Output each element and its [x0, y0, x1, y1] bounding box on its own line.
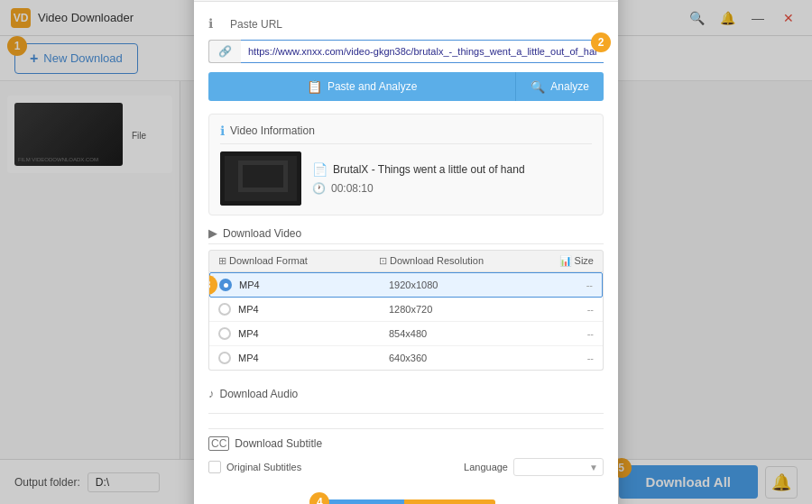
- size-value: --: [539, 279, 593, 290]
- resolution-value: 1920x1080: [389, 279, 539, 290]
- size-value: --: [540, 304, 594, 315]
- format-radio: [218, 327, 231, 340]
- url-input[interactable]: [241, 40, 604, 63]
- step-3-badge: 3: [208, 275, 217, 295]
- format-table-header: ⊞ Download Format ⊡ Download Resolution …: [208, 250, 604, 272]
- subtitle-checkbox-row: Original Subtitles: [208, 461, 301, 473]
- paste-analyze-button[interactable]: 📋 Paste and Analyze: [208, 72, 515, 101]
- format-radio: [219, 279, 232, 291]
- video-meta: 📄 BrutalX - Things went a little out of …: [312, 162, 592, 195]
- download-video-icon: ▶: [208, 226, 217, 240]
- format-header: ⊞ Download Format: [218, 255, 379, 267]
- paste-analyze-label: Paste and Analyze: [328, 80, 417, 93]
- subtitle-options: Original Subtitles Language ▼: [208, 458, 604, 476]
- video-thumbnail: [220, 151, 301, 206]
- format-row[interactable]: MP4854x480--: [209, 322, 603, 346]
- modal-overlay: VD New Download ✕ ℹ Paste URL 🔗: [0, 0, 812, 504]
- info-icon: ℹ: [220, 124, 225, 138]
- video-info-section: ℹ Video Information: [208, 114, 604, 215]
- video-preview-row: 📄 BrutalX - Things went a little out of …: [220, 151, 592, 206]
- download-audio-header: ♪ Download Audio: [208, 380, 604, 404]
- download-subtitle-header: CC Download Subtitle: [208, 428, 604, 451]
- format-header-icon: ⊞: [218, 255, 229, 266]
- video-thumb-svg: [220, 151, 301, 206]
- format-value: MP4: [238, 353, 389, 363]
- format-value: MP4: [238, 328, 389, 339]
- cancel-button[interactable]: Cancel: [404, 499, 494, 504]
- file-icon: 📄: [312, 162, 328, 177]
- download-subtitle-label: Download Subtitle: [235, 437, 322, 450]
- format-row[interactable]: 3MP41920x1080--: [209, 272, 603, 298]
- cc-icon: CC: [208, 436, 229, 451]
- download-video-label: Download Video: [223, 227, 301, 240]
- clock-icon: 🕐: [312, 182, 326, 195]
- resolution-header-icon: ⊡: [379, 255, 390, 266]
- format-radio: [218, 352, 231, 364]
- analyze-label: Analyze: [550, 80, 589, 93]
- resolution-header: ⊡ Download Resolution: [379, 255, 540, 267]
- format-radio: [218, 303, 231, 316]
- video-thumb-inner: [220, 151, 301, 206]
- app-window: VD Video Downloader 🔍 🔔 — ✕ 1 + New Down…: [0, 0, 812, 504]
- url-icon-box: 🔗: [208, 40, 241, 63]
- resolution-value: 640x360: [389, 353, 540, 363]
- music-icon: ♪: [208, 387, 215, 400]
- language-label: Language: [464, 462, 508, 472]
- format-value: MP4: [238, 304, 389, 315]
- format-list: 3MP41920x1080--MP41280x720--MP4854x480--…: [208, 272, 604, 371]
- info-circle-icon: ℹ: [208, 16, 225, 32]
- link-icon: 🔗: [218, 45, 232, 58]
- video-title-row: 📄 BrutalX - Things went a little out of …: [312, 162, 592, 177]
- step-2-badge: 2: [591, 32, 611, 52]
- btn-row: 📋 Paste and Analyze 🔍 Analyze: [208, 72, 604, 101]
- video-info-label: Video Information: [230, 124, 315, 137]
- video-info-header: ℹ Video Information: [220, 124, 592, 144]
- download-audio-label: Download Audio: [220, 388, 299, 400]
- format-value: MP4: [239, 279, 389, 290]
- step-4-container: 4 Ok: [317, 499, 404, 504]
- search-analyze-icon: 🔍: [531, 80, 545, 94]
- language-select-row: Language ▼: [464, 458, 604, 476]
- resolution-value: 854x480: [389, 328, 540, 339]
- svg-rect-3: [243, 165, 283, 188]
- language-select[interactable]: [513, 458, 604, 476]
- new-download-modal: VD New Download ✕ ℹ Paste URL 🔗: [194, 0, 618, 504]
- size-value: --: [540, 353, 594, 363]
- step-4-badge: 4: [309, 492, 329, 504]
- download-audio-section: ♪ Download Audio: [208, 380, 604, 414]
- paste-url-label: Paste URL: [230, 18, 282, 31]
- format-row[interactable]: MP4640x360--: [209, 346, 603, 370]
- video-title: BrutalX - Things went a little out of ha…: [333, 163, 525, 176]
- paste-icon: 📋: [307, 79, 322, 94]
- size-header: 📊 Size: [540, 255, 594, 267]
- analyze-button[interactable]: 🔍 Analyze: [515, 72, 604, 101]
- video-duration-row: 🕐 00:08:10: [312, 182, 592, 195]
- format-row[interactable]: MP41280x720--: [209, 298, 603, 322]
- original-subtitles-label: Original Subtitles: [226, 462, 301, 472]
- modal-footer: 4 Ok Cancel: [194, 490, 618, 504]
- paste-url-section-header: ℹ Paste URL: [208, 16, 604, 32]
- ok-button[interactable]: Ok: [317, 499, 404, 504]
- size-header-icon: 📊: [559, 255, 575, 266]
- url-input-row: 🔗 2: [208, 40, 604, 63]
- original-subtitles-checkbox[interactable]: [208, 461, 221, 473]
- download-subtitle-section: CC Download Subtitle Original Subtitles …: [208, 423, 604, 476]
- resolution-value: 1280x720: [389, 304, 540, 315]
- download-video-section: ▶ Download Video ⊞ Download Format ⊡ Dow…: [208, 226, 604, 371]
- size-value: --: [540, 328, 594, 339]
- video-duration: 00:08:10: [331, 182, 374, 195]
- download-video-header: ▶ Download Video: [208, 226, 604, 244]
- modal-body: ℹ Paste URL 🔗 2 📋 Paste and Analyze: [194, 2, 618, 490]
